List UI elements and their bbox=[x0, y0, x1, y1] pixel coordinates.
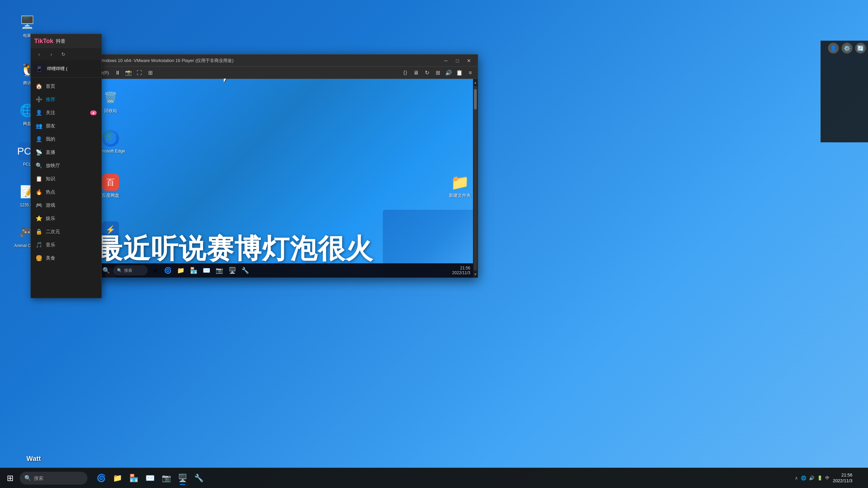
taskbar-right-section: ∧ 🌐 🔊 🔋 中 21:56 2022/11/3 bbox=[791, 471, 868, 486]
vmware-menu-icon[interactable]: ≡ bbox=[466, 68, 475, 78]
vmware-close-button[interactable]: ✕ bbox=[464, 57, 474, 64]
vmware-minimize-button[interactable]: ─ bbox=[441, 57, 451, 64]
bili-menu-recommend[interactable]: ➕ 推荐 bbox=[31, 93, 101, 106]
vm-search-placeholder: 搜索 bbox=[124, 268, 132, 273]
mine-label: 我的 bbox=[46, 136, 55, 142]
bili-menu-games[interactable]: 🎮 游戏 bbox=[31, 199, 101, 212]
entertainment-label: 娱乐 bbox=[46, 216, 55, 222]
pcl-label: PCL bbox=[23, 162, 31, 167]
bili-menu-friends[interactable]: 👥 朋友 bbox=[31, 119, 101, 133]
vm-taskbar: ⊞ 🔍 🔍 搜索 ⧉ 🌀 📁 🏪 ✉️ 📷 🖥️ 🔧 21:56 2022/11… bbox=[85, 263, 473, 278]
taskbar-other[interactable]: 🔧 bbox=[191, 471, 206, 486]
bili-menu-home[interactable]: 🏠 首页 bbox=[31, 80, 101, 93]
bili-menu-live[interactable]: 📡 直播 bbox=[31, 146, 101, 159]
vm-vmware-taskbar[interactable]: 🖥️ bbox=[227, 265, 238, 276]
show-desktop-button[interactable] bbox=[856, 471, 864, 486]
tray-keyboard[interactable]: 中 bbox=[825, 475, 829, 481]
vmware-right-ctrl6[interactable]: 📋 bbox=[455, 68, 464, 78]
vmware-snap-button[interactable]: 📸 bbox=[124, 68, 133, 78]
taskbar-search-input[interactable] bbox=[34, 475, 83, 481]
taskbar-mail[interactable]: ✉️ bbox=[142, 471, 157, 486]
vmware-window-controls: ─ □ ✕ bbox=[441, 57, 474, 64]
vm-newfolder-label: 新建文件夹 bbox=[449, 192, 471, 199]
vm-photos-taskbar[interactable]: 📷 bbox=[214, 265, 225, 276]
vmware-right-ctrl5[interactable]: 🔊 bbox=[444, 68, 453, 78]
bili-menu-knowledge[interactable]: 📋 知识 bbox=[31, 172, 101, 185]
vmware-fullscreen-button[interactable]: ⛶ bbox=[135, 68, 144, 78]
vm-recycle-icon: 🗑️ bbox=[102, 89, 119, 106]
bili-refresh-button[interactable]: ↻ bbox=[59, 49, 68, 59]
vm-time: 21:56 bbox=[460, 266, 470, 270]
scrollbar-up-arrow[interactable]: ▲ bbox=[473, 79, 478, 86]
tray-sound[interactable]: 🔊 bbox=[809, 475, 814, 481]
vmware-maximize-button[interactable]: □ bbox=[453, 57, 462, 64]
vm-other-taskbar[interactable]: 🔧 bbox=[240, 265, 251, 276]
movies-label: 放映厅 bbox=[46, 163, 60, 169]
taskbar-search-box[interactable]: 🔍 bbox=[20, 472, 87, 485]
taskbar-edge[interactable]: 🌀 bbox=[94, 471, 108, 486]
vm-newfolder-icon: 📁 bbox=[451, 174, 468, 191]
food-label: 美食 bbox=[46, 255, 55, 261]
tray-network[interactable]: 🌐 bbox=[801, 475, 806, 481]
bili-forward-button[interactable]: › bbox=[46, 49, 56, 59]
settings-button[interactable]: ⚙️ bbox=[842, 43, 852, 54]
bili-menu-food[interactable]: 🍔 美食 bbox=[31, 251, 101, 265]
system-tray-icons: ∧ 🌐 🔊 🔋 中 bbox=[795, 475, 829, 481]
scrollbar-track[interactable] bbox=[474, 86, 477, 271]
wangpan-label: 网盘 bbox=[23, 121, 31, 127]
vm-mail-taskbar[interactable]: ✉️ bbox=[201, 265, 212, 276]
vm-taskbar-search[interactable]: 🔍 搜索 bbox=[114, 265, 147, 276]
taskbar-vmware[interactable]: 🖥️ bbox=[175, 471, 190, 486]
vm-icon-newfolder[interactable]: 📁 新建文件夹 bbox=[445, 174, 475, 199]
vmware-desktop[interactable]: 🗑️ 回收站 🌀 Microsoft Edge 百 百度网盘 ⚡ 迅雷 📄 新建… bbox=[85, 79, 478, 278]
vm-explorer-taskbar[interactable]: 📁 bbox=[175, 265, 186, 276]
taskbar-search-icon: 🔍 bbox=[24, 475, 31, 481]
vmware-right-ctrl4[interactable]: ⊞ bbox=[433, 68, 442, 78]
sync-button[interactable]: 🔄 bbox=[855, 43, 866, 54]
mine-icon: 👤 bbox=[36, 136, 42, 142]
start-button[interactable]: ⊞ bbox=[3, 471, 18, 486]
home-icon: 🏠 bbox=[36, 83, 42, 89]
taskbar: ⊞ 🔍 🌀 📁 🏪 ✉️ 📷 🖥️ 🔧 ∧ 🌐 🔊 🔋 中 21:56 2022… bbox=[0, 468, 868, 488]
tray-chevron[interactable]: ∧ bbox=[795, 475, 798, 481]
bili-menu-mine[interactable]: 👤 我的 bbox=[31, 133, 101, 146]
avatar-button[interactable]: 👤 bbox=[828, 43, 839, 54]
vm-search-button[interactable]: 🔍 bbox=[101, 265, 112, 276]
bili-menu-hot[interactable]: 🔥 热点 bbox=[31, 185, 101, 199]
taskbar-left-section: ⊞ 🔍 bbox=[0, 471, 90, 486]
taskbar-center-apps: 🌀 📁 🏪 ✉️ 📷 🖥️ 🔧 bbox=[94, 471, 206, 486]
entertainment-icon: ⭐ bbox=[36, 215, 42, 222]
taskbar-explorer[interactable]: 📁 bbox=[110, 471, 125, 486]
vmware-titlebar: VM Windows 10 x64- VMware Workstation 16… bbox=[85, 55, 478, 67]
bili-menu-movies[interactable]: 🔍 放映厅 bbox=[31, 159, 101, 172]
bili-menu-entertainment[interactable]: ⭐ 娱乐 bbox=[31, 212, 101, 225]
vmware-unity-button[interactable]: ⊞ bbox=[145, 68, 155, 78]
live-label: 直播 bbox=[46, 149, 55, 156]
bili-back-button[interactable]: ‹ bbox=[34, 49, 44, 59]
scrollbar-down-arrow[interactable]: ▼ bbox=[473, 271, 478, 278]
taskbar-photos[interactable]: 📷 bbox=[159, 471, 174, 486]
vmware-window: VM Windows 10 x64- VMware Workstation 16… bbox=[85, 54, 478, 278]
vm-taskview-button[interactable]: ⧉ bbox=[150, 265, 160, 276]
taskbar-store[interactable]: 🏪 bbox=[126, 471, 141, 486]
vm-edge-taskbar[interactable]: 🌀 bbox=[162, 265, 173, 276]
hot-label: 热点 bbox=[46, 189, 55, 195]
bili-menu-music[interactable]: 🎵 音乐 bbox=[31, 238, 101, 251]
music-label: 音乐 bbox=[46, 242, 55, 248]
bili-menu-follow[interactable]: 👤 关注 ● bbox=[31, 106, 101, 119]
vm-baidu-icon: 百 bbox=[102, 174, 119, 191]
bili-nav-bar: ‹ › ↻ bbox=[31, 48, 101, 60]
hot-icon: 🔥 bbox=[36, 189, 42, 195]
vmware-right-ctrl3[interactable]: ↻ bbox=[422, 68, 432, 78]
vm-store-taskbar[interactable]: 🏪 bbox=[188, 265, 199, 276]
tray-battery[interactable]: 🔋 bbox=[817, 475, 823, 481]
vmware-pause-button[interactable]: ⏸ bbox=[113, 68, 122, 78]
bili-menu-2d[interactable]: 🔒 二次元 bbox=[31, 225, 101, 238]
vmware-right-ctrl2[interactable]: 🖥 bbox=[411, 68, 421, 78]
vmware-right-ctrl1[interactable]: ⟨⟩ bbox=[400, 68, 410, 78]
bili-menu: 🏠 首页 ➕ 推荐 👤 关注 ● 👥 朋友 👤 我的 📡 直播 🔍 放映厅 bbox=[31, 78, 101, 267]
bili-logo: TikTok bbox=[34, 38, 53, 45]
bili-brand-area: 📱 哔哩哔哩 ( bbox=[31, 60, 101, 78]
system-clock[interactable]: 21:56 2022/11/3 bbox=[833, 472, 852, 484]
bilibili-window: TikTok 抖音 ‹ › ↻ 📱 哔哩哔哩 ( 🏠 首页 ➕ 推荐 👤 关注 … bbox=[31, 34, 102, 298]
